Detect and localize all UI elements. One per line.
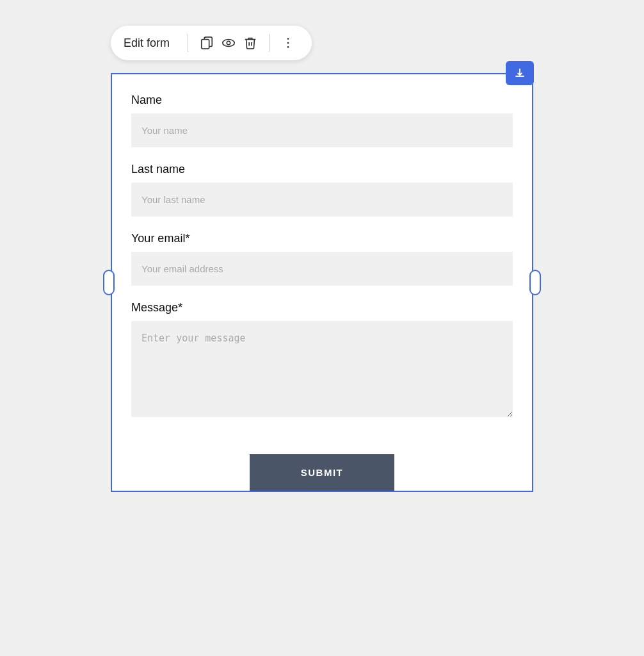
name-field: Name [131,94,513,147]
download-button[interactable] [506,61,534,85]
delete-button[interactable] [239,32,261,54]
svg-point-2 [223,40,234,47]
message-label: Message* [131,301,513,315]
svg-point-5 [287,42,289,44]
form-wrapper: Name Last name Your email* Message* SUBM… [111,73,533,492]
last-name-label: Last name [131,163,513,176]
form-container: Name Last name Your email* Message* SUBM… [111,73,533,492]
name-label: Name [131,94,513,107]
download-icon [513,67,526,79]
svg-point-6 [287,46,289,48]
more-options-icon [281,36,295,50]
form-toolbar: Edit form [111,26,312,60]
svg-rect-1 [202,40,209,49]
submit-area: SUBMIT [112,435,532,491]
name-input[interactable] [131,113,513,147]
preview-button[interactable] [218,32,239,54]
toolbar-divider-2 [269,34,270,52]
message-field: Message* [131,301,513,420]
toolbar-divider-1 [188,34,188,52]
last-name-field: Last name [131,163,513,217]
email-input[interactable] [131,252,513,286]
delete-icon [243,36,257,50]
more-options-button[interactable] [277,32,299,54]
last-name-input[interactable] [131,183,513,217]
edit-form-label: Edit form [124,37,170,50]
copy-button[interactable] [196,32,218,54]
resize-handle-right[interactable] [529,270,541,295]
svg-point-4 [287,38,289,40]
svg-point-3 [227,41,230,45]
resize-handle-left[interactable] [103,270,115,295]
message-textarea[interactable] [131,321,513,417]
email-field: Your email* [131,232,513,286]
copy-icon [200,36,214,50]
email-label: Your email* [131,232,513,245]
preview-icon [221,36,236,50]
submit-button[interactable]: SUBMIT [250,454,395,491]
